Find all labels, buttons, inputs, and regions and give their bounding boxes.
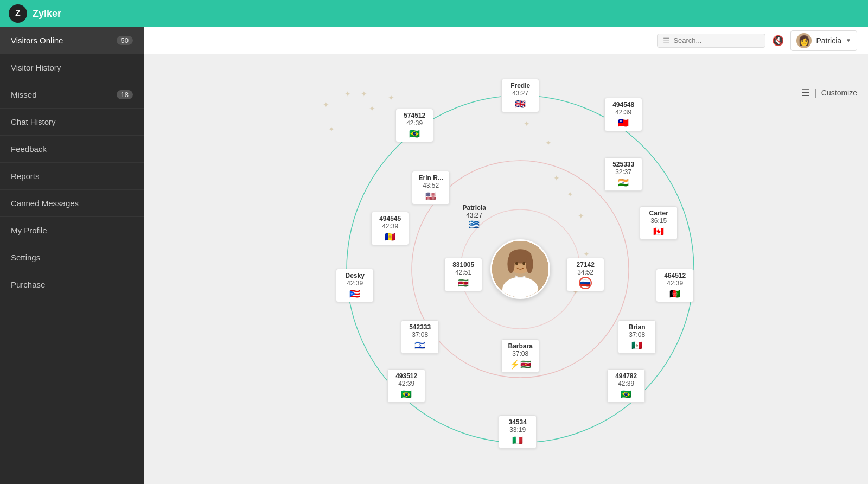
visitor-name-v5: 525333	[610, 161, 636, 168]
visitor-flag-v2: 🇹🇼	[610, 118, 636, 128]
visitor-card-v7[interactable]: 49454542:39🇦🇩	[371, 212, 409, 245]
visitor-card-v17[interactable]: 3453433:19🇮🇹	[499, 415, 537, 449]
sidebar-label-settings: Settings	[11, 253, 40, 262]
center-avatar	[490, 239, 550, 299]
customize-bar: ☰ | Customize	[801, 87, 857, 99]
mute-icon[interactable]: 🔇	[772, 35, 784, 47]
visitor-name-v9: Desky	[342, 272, 368, 279]
badge-missed: 18	[117, 90, 133, 99]
visitor-name-v4: Erin R...	[418, 174, 444, 182]
orbit-container: Patricia 43:27 🇬🇷	[330, 79, 710, 459]
visitor-name-v1: Fredie	[507, 82, 533, 90]
visitor-time-v13: 37:08	[624, 331, 650, 339]
visitor-card-v10[interactable]: 83100542:51🇸🇷	[444, 258, 482, 291]
visitor-flag-v9: 🇵🇷	[342, 289, 368, 299]
visitor-flag-v15: 🇧🇷	[393, 389, 419, 399]
visitor-name-v12: 542333	[407, 323, 433, 331]
sidebar-item-settings[interactable]: Settings	[0, 244, 144, 271]
visitor-card-v15[interactable]: 49351242:39🇧🇷	[387, 369, 425, 403]
sidebar-item-missed[interactable]: Missed18	[0, 81, 144, 109]
user-name: Patricia	[816, 36, 841, 45]
sidebar-item-feedback[interactable]: Feedback	[0, 136, 144, 163]
list-icon[interactable]: ☰	[801, 87, 810, 99]
visitor-flag-v14: ⚡🇸🇷	[507, 359, 533, 370]
visitor-card-v6[interactable]: Carter36:15🇨🇦	[640, 206, 678, 240]
svg-point-10	[522, 262, 525, 265]
visitor-name-v11: 27142	[572, 261, 598, 269]
visitor-name-v16: 494782	[613, 372, 639, 380]
visitor-flag-v10: 🇸🇷	[450, 278, 476, 288]
customize-button[interactable]: Customize	[821, 88, 857, 97]
visitor-card-v3[interactable]: 57451242:39🇧🇷	[395, 109, 433, 142]
visitor-flag-v16: 🇧🇷	[613, 389, 639, 399]
sidebar-item-chat-history[interactable]: Chat History	[0, 109, 144, 136]
sidebar: Visitors Online50Visitor HistoryMissed18…	[0, 27, 144, 484]
center-flag: 🇬🇷	[442, 219, 507, 230]
sidebar-label-visitor-history: Visitor History	[11, 63, 61, 72]
visitor-card-v2[interactable]: 49454842:39🇹🇼	[604, 98, 642, 131]
main-content: ☰ 🔇 👩 Patricia ▼ ☰ | Customize ✦✦✦✦✦✦✦✦✦…	[144, 27, 868, 484]
user-avatar: 👩	[796, 33, 812, 48]
visitor-name-v17: 34534	[505, 418, 531, 426]
sidebar-item-canned-messages[interactable]: Canned Messages	[0, 190, 144, 217]
visitor-flag-v11: 🇷🇺	[580, 278, 591, 288]
chevron-down-icon: ▼	[846, 37, 851, 43]
visitor-name-v15: 493512	[393, 372, 419, 380]
search-icon: ☰	[663, 36, 670, 45]
sidebar-label-visitors-online: Visitors Online	[11, 36, 63, 45]
sidebar-item-purchase[interactable]: Purchase	[0, 271, 144, 298]
visitor-time-v14: 37:08	[507, 350, 533, 358]
svg-point-9	[515, 262, 518, 265]
visitor-card-v4[interactable]: Erin R...43:52🇺🇸	[412, 171, 450, 205]
visitor-time-v16: 42:39	[613, 380, 639, 387]
visitor-time-v4: 43:52	[418, 182, 444, 189]
search-box[interactable]: ☰	[657, 34, 765, 48]
visitor-card-v14[interactable]: Barbara37:08⚡🇸🇷	[501, 339, 539, 373]
app-header: Z Zylker	[0, 0, 868, 27]
visitor-flag-v6: 🇨🇦	[646, 226, 672, 237]
visitor-card-v16[interactable]: 49478242:39🇧🇷	[607, 369, 645, 403]
sidebar-label-missed: Missed	[11, 90, 37, 99]
visitor-name-v14: Barbara	[507, 342, 533, 350]
visitor-flag-v13: 🇲🇽	[624, 340, 650, 351]
visitor-time-v17: 33:19	[505, 426, 531, 434]
app-logo: Z	[9, 4, 27, 23]
sidebar-item-visitor-history[interactable]: Visitor History	[0, 54, 144, 81]
visitor-flag-v17: 🇮🇹	[505, 435, 531, 445]
topbar: ☰ 🔇 👩 Patricia ▼	[144, 27, 868, 54]
visitor-time-v2: 42:39	[610, 109, 636, 116]
visitor-flag-v8: 🇦🇫	[662, 289, 688, 299]
app-title: Zylker	[33, 8, 61, 20]
visitor-name-v3: 574512	[401, 112, 427, 119]
visitor-name-v2: 494548	[610, 101, 636, 109]
visitor-card-v1[interactable]: Fredie43:27🇬🇧	[501, 79, 539, 112]
center-name: Patricia	[442, 204, 507, 212]
sidebar-item-visitors-online[interactable]: Visitors Online50	[0, 27, 144, 54]
visitor-card-v5[interactable]: 52533332:37🇮🇳	[604, 157, 642, 191]
sidebar-item-reports[interactable]: Reports	[0, 163, 144, 190]
visitor-card-v13[interactable]: Brian37:08🇲🇽	[618, 320, 656, 354]
sidebar-label-purchase: Purchase	[11, 280, 45, 289]
sidebar-label-my-profile: My Profile	[11, 226, 47, 235]
visitor-flag-v12: 🇮🇱	[407, 340, 433, 351]
sidebar-item-my-profile[interactable]: My Profile	[0, 217, 144, 244]
sidebar-label-feedback: Feedback	[11, 144, 47, 154]
visitor-name-v10: 831005	[450, 261, 476, 269]
visitor-card-v9[interactable]: Desky42:39🇵🇷	[336, 269, 374, 302]
visitor-flag-v7: 🇦🇩	[377, 232, 403, 242]
visitor-name-v13: Brian	[624, 323, 650, 331]
radar-area: ☰ | Customize ✦✦✦✦✦✦✦✦✦✦✦✦✦✦	[144, 54, 868, 484]
visitor-card-v8[interactable]: 46451242:39🇦🇫	[656, 269, 694, 302]
visitor-time-v9: 42:39	[342, 279, 368, 287]
visitor-flag-v1: 🇬🇧	[507, 99, 533, 109]
search-input[interactable]	[673, 36, 760, 44]
user-dropdown[interactable]: 👩 Patricia ▼	[790, 30, 857, 51]
visitor-card-v12[interactable]: 54233337:08🇮🇱	[401, 320, 439, 354]
visitor-name-v7: 494545	[377, 215, 403, 222]
visitor-time-v5: 32:37	[610, 168, 636, 176]
visitor-time-v7: 42:39	[377, 222, 403, 230]
visitor-name-v6: Carter	[646, 209, 672, 217]
center-label: Patricia 43:27 🇬🇷	[442, 204, 507, 230]
visitor-card-v11[interactable]: 2714234:52🇷🇺	[566, 258, 604, 291]
visitor-time-v11: 34:52	[572, 269, 598, 276]
